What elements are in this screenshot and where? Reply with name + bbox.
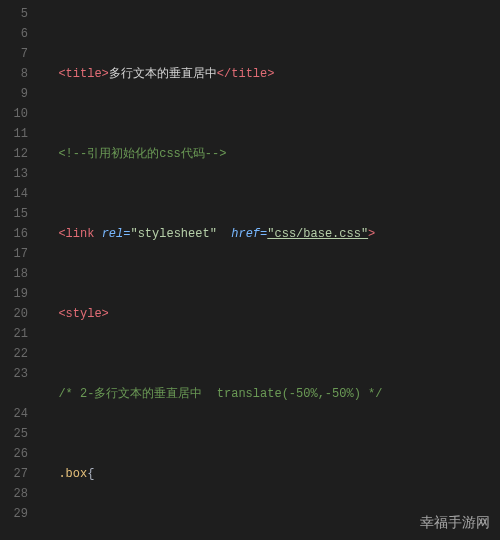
title-text: 多行文本的垂直居中 <box>109 67 217 81</box>
tag-open: <link <box>58 227 101 241</box>
attr-value: "css/base.css" <box>267 227 368 241</box>
tag-close: > <box>368 227 375 241</box>
code-line: <title>多行文本的垂直居中</title> <box>44 64 500 84</box>
css-selector: .box <box>58 467 87 481</box>
code-line: .box{ <box>44 464 500 484</box>
line-number-gutter: 5678910111213141516171819202122232425262… <box>0 0 38 540</box>
tag-open: <style> <box>58 307 108 321</box>
html-comment: <!--引用初始化的css代码--> <box>58 147 226 161</box>
css-comment: /* 2-多行文本的垂直居中 translate(-50%,-50%) */ <box>58 387 382 401</box>
code-line: /* 2-多行文本的垂直居中 translate(-50%,-50%) */ <box>44 384 500 404</box>
attr-value: "stylesheet" <box>130 227 216 241</box>
brace: { <box>87 467 94 481</box>
code-editor: 5678910111213141516171819202122232425262… <box>0 0 500 540</box>
code-line: <!--引用初始化的css代码--> <box>44 144 500 164</box>
attr-name: rel= <box>102 227 131 241</box>
tag-close: </title> <box>217 67 275 81</box>
code-line: <style> <box>44 304 500 324</box>
tag-open: <title> <box>58 67 108 81</box>
attr-name: href= <box>231 227 267 241</box>
code-line: <link rel="stylesheet" href="css/base.cs… <box>44 224 500 244</box>
code-area[interactable]: <title>多行文本的垂直居中</title> <!--引用初始化的css代码… <box>38 0 500 540</box>
